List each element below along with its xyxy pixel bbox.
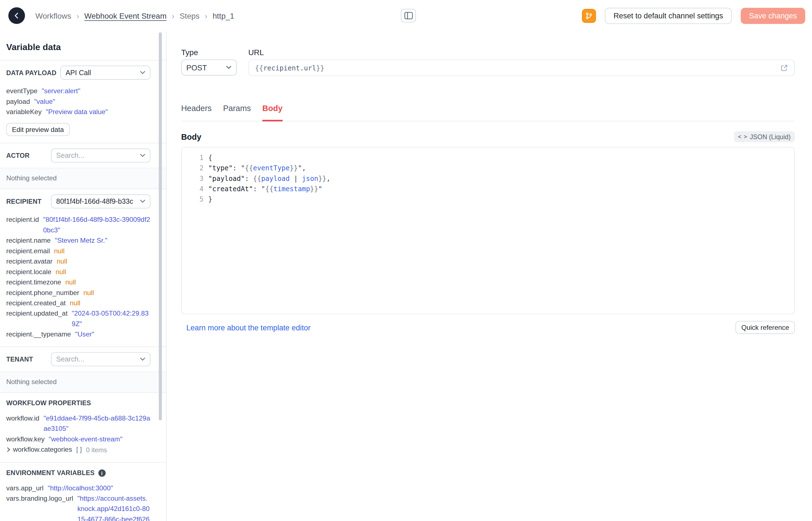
kv-value: "e91ddae4-7f99-45cb-a688-3c129aae3105" [43,413,150,434]
chevron-down-icon [140,200,145,203]
url-field: URL {{recipient.url}} [248,48,795,76]
info-icon[interactable]: i [98,470,105,477]
environment-variables-label: ENVIRONMENT VARIABLES [6,470,95,477]
kv-key: workflow.categories [13,445,72,455]
kv-value: null [56,267,66,277]
actor-label: ACTOR [6,152,29,159]
data-payload-selected-value: API Call [66,69,137,76]
save-changes-button[interactable]: Save changes [741,7,805,24]
kv-row: recipient.emailnull [0,246,166,256]
pending-changes-badge[interactable] [582,9,596,23]
kv-key: recipient.email [6,246,50,256]
tenant-label: TENANT [6,356,33,363]
http-step-config: Type POST URL {{recipient.url}} [167,31,812,521]
quick-reference-button[interactable]: Quick reference [736,321,795,334]
tenant-empty-text: Nothing selected [6,378,56,385]
code-text: "createdAt": "{{timestamp}}" [208,184,322,194]
kv-key: recipient.locale [6,267,51,277]
tenant-section: TENANT Search... Nothing selected [0,346,166,392]
back-button[interactable] [8,7,25,24]
kv-key: recipient.id [6,214,39,225]
kv-key: recipient.phone_number [6,288,79,298]
code-brackets-icon: < > [738,133,747,140]
code-text: { [208,153,212,163]
workflow-properties-label: WORKFLOW PROPERTIES [6,400,91,407]
kv-value: "Preview data value" [46,107,108,117]
http-method-select[interactable]: POST [181,59,237,75]
code-lines: 1{2"type": "{{eventType}}",3"payload": {… [182,153,794,205]
kv-row: recipient.__typename"User" [0,329,166,340]
kv-row: recipient.created_atnull [0,298,166,308]
kv-key: payload [6,96,30,107]
kv-value: null [83,288,94,298]
kv-key: recipient.__typename [6,329,71,340]
kv-row: recipient.name"Steven Metz Sr." [0,235,166,246]
workflow-properties-list: workflow.id"e91ddae4-7f99-45cb-a688-3c12… [0,413,166,455]
sidebar-scrollbar[interactable] [159,32,162,421]
editor-footer: Learn more about the template editor Qui… [181,321,795,334]
breadcrumb: Workflows›Webhook Event Stream›Steps›htt… [35,11,234,20]
actor-empty-state: Nothing selected [0,168,166,189]
body-section-header: Body < > JSON (Liquid) [181,131,795,142]
chevron-down-icon [140,71,145,74]
environment-variables-section: ENVIRONMENT VARIABLES i vars.app_url"htt… [0,462,166,521]
actor-empty-text: Nothing selected [6,174,56,182]
url-input[interactable]: {{recipient.url}} [248,59,795,76]
line-number: 1 [182,153,204,163]
body-section-title: Body [181,132,201,142]
topbar: Workflows›Webhook Event Stream›Steps›htt… [0,0,812,31]
chevron-right-icon[interactable] [6,445,11,455]
tab-params[interactable]: Params [223,104,251,121]
tab-body[interactable]: Body [262,104,283,121]
tenant-search-select[interactable]: Search... [51,352,150,366]
sidebar-title: Variable data [0,31,166,60]
kv-key: workflow.key [6,434,45,444]
kv-value: "https://account-assets.knock.app/42d161… [77,494,150,521]
data-payload-section: DATA PAYLOAD API Call eventType"server:a… [0,60,166,143]
kv-key: recipient.name [6,235,51,246]
breadcrumb-item-workflows[interactable]: Workflows [35,11,71,20]
kv-value: "Steven Metz Sr." [55,235,108,246]
kv-row: eventType"server:alert" [0,86,166,96]
code-line: 1{ [182,153,794,163]
request-config-row: Type POST URL {{recipient.url}} [181,48,795,76]
type-field: Type POST [181,48,237,76]
kv-row: vars.app_url"http://localhost:3000" [0,483,166,493]
url-value: {{recipient.url}} [255,64,324,71]
data-payload-label: DATA PAYLOAD [6,69,56,76]
edit-preview-data-button[interactable]: Edit preview data [6,123,70,136]
data-payload-select[interactable]: API Call [61,66,150,80]
kv-key: vars.app_url [6,483,43,493]
tab-headers[interactable]: Headers [181,104,212,121]
type-label: Type [181,48,237,57]
http-method-value: POST [186,63,223,71]
format-badge-label: JSON (Liquid) [750,133,791,140]
breadcrumb-separator: › [172,11,174,20]
external-link-icon[interactable] [780,64,788,71]
recipient-select[interactable]: 80f1f4bf-166d-48f9-b33c [51,194,150,208]
sidebar-toggle-button[interactable] [401,9,416,23]
git-branch-icon [585,12,593,20]
kv-row: variableKey"Preview data value" [0,107,166,117]
template-editor-docs-link[interactable]: Learn more about the template editor [186,323,310,332]
workflow-properties-section: WORKFLOW PROPERTIES workflow.id"e91ddae4… [0,392,166,462]
kv-row: workflow.categories[ ]0 items [0,445,166,455]
kv-row: recipient.id"80f1f4bf-166d-48f9-b33c-390… [0,214,166,235]
kv-row: recipient.timezonenull [0,277,166,288]
content-layout: Variable data DATA PAYLOAD API Call even… [0,31,812,521]
actor-search-select[interactable]: Search... [51,149,150,163]
code-line: 2"type": "{{eventType}}", [182,163,794,174]
body-template-editor[interactable]: 1{2"type": "{{eventType}}",3"payload": {… [181,147,795,314]
breadcrumb-item-webhook-event-stream[interactable]: Webhook Event Stream [84,11,167,20]
arrow-left-icon [13,12,21,20]
kv-key: workflow.id [6,413,39,423]
reset-channel-settings-button[interactable]: Reset to default channel settings [605,7,732,24]
code-line: 3"payload": {{payload | json}}, [182,174,794,184]
line-number: 5 [182,194,204,205]
chevron-down-icon [140,154,145,157]
kv-value: "value" [34,96,55,107]
kv-key: recipient.avatar [6,256,52,267]
kv-value: "webhook-event-stream" [49,434,122,444]
kv-value: "http://localhost:3000" [48,483,113,493]
code-line: 5} [182,194,794,205]
